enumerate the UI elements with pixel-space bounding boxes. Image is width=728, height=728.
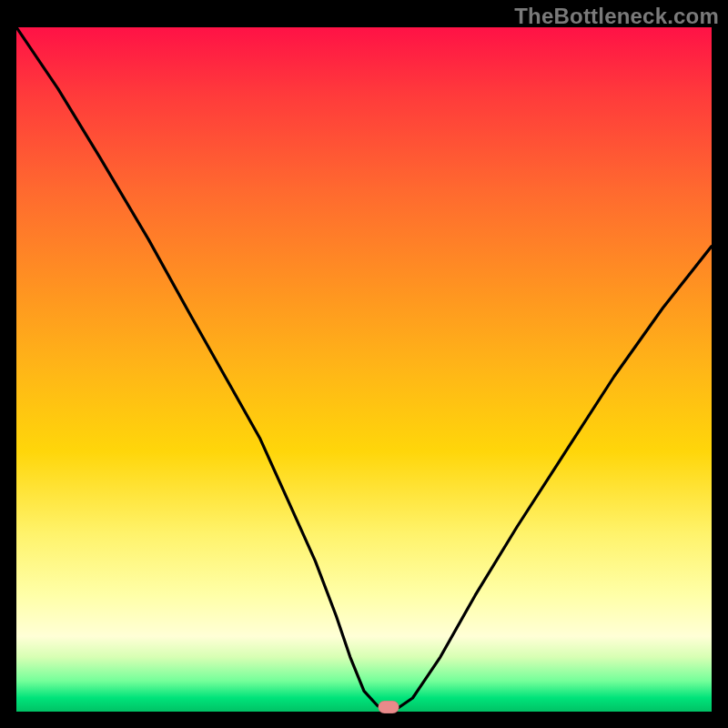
watermark-text: TheBottleneck.com	[514, 4, 719, 29]
minimum-marker	[378, 701, 399, 713]
curve-svg	[16, 27, 712, 712]
plot-area	[16, 27, 712, 712]
chart-frame: TheBottleneck.com	[0, 0, 728, 728]
bottleneck-curve-path	[16, 27, 712, 708]
